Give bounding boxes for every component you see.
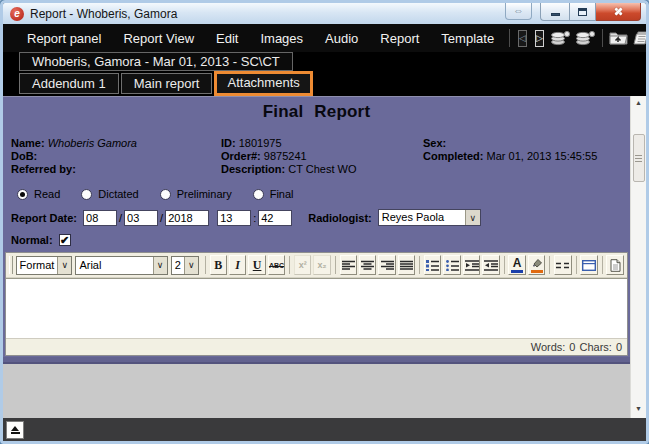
order-field: Order#: 9875241 (221, 150, 423, 163)
radio-read-button[interactable] (17, 189, 28, 200)
report-tabs-bar: Addendum 1 Main report Attachments (3, 71, 646, 96)
menu-edit[interactable]: Edit (205, 28, 249, 49)
chevron-down-icon[interactable]: ∨ (57, 257, 71, 274)
ordered-list-button[interactable] (424, 255, 441, 275)
minimize-icon (551, 13, 560, 16)
radio-dictated[interactable]: Dictated (81, 188, 138, 200)
italic-button[interactable]: I (229, 255, 246, 275)
radio-final-button[interactable] (253, 189, 264, 200)
format-dropdown[interactable]: Format ∨ (16, 256, 73, 275)
justify-button[interactable] (398, 255, 415, 275)
superscript-button: x² (294, 255, 311, 275)
eject-icon (11, 426, 19, 431)
scroll-down-icon[interactable]: ▼ (631, 404, 646, 416)
scroll-up-icon[interactable]: ▲ (631, 98, 646, 110)
open-folder-button[interactable] (609, 28, 629, 48)
swap-window-button[interactable]: ⇔ (505, 3, 532, 20)
radiologist-dropdown[interactable]: Reyes Paola ∨ (378, 209, 481, 226)
radio-dictated-button[interactable] (81, 189, 92, 200)
swap-arrows-icon: ⇔ (513, 4, 524, 16)
tab-main-report[interactable]: Main report (121, 73, 213, 94)
folder-icon (609, 30, 629, 46)
radio-preliminary[interactable]: Preliminary (160, 188, 232, 200)
menu-audio[interactable]: Audio (314, 28, 369, 49)
radio-read[interactable]: Read (17, 188, 60, 200)
menu-template[interactable]: Template (430, 28, 505, 49)
strikethrough-button[interactable]: ABC (268, 255, 285, 275)
date-separator: / (119, 212, 122, 224)
horizontal-rule-button[interactable] (554, 255, 571, 275)
report-date-label: Report Date: (11, 212, 77, 224)
menu-images[interactable]: Images (249, 28, 314, 49)
close-button[interactable] (596, 3, 641, 21)
align-center-icon (361, 260, 374, 271)
radio-preliminary-button[interactable] (160, 189, 171, 200)
date-day-input[interactable] (83, 210, 117, 226)
name-label: Name: (11, 137, 45, 149)
time-minute-input[interactable] (258, 210, 292, 226)
insert-table-button[interactable] (580, 255, 597, 275)
minimize-button[interactable] (540, 3, 569, 21)
title-bar: e Report - Whoberis, Gamora ⇔ (3, 3, 646, 24)
radio-final[interactable]: Final (253, 188, 294, 200)
maximize-icon (578, 8, 587, 16)
patient-study-label[interactable]: Whoberis, Gamora - Mar 01, 2013 - SC\CT (19, 52, 293, 71)
menu-report[interactable]: Report (369, 28, 430, 49)
outdent-button[interactable] (463, 255, 480, 275)
underline-button[interactable]: U (248, 255, 265, 275)
highlight-color-button[interactable] (528, 255, 545, 275)
menu-bar: Report panel Report View Edit Images Aud… (3, 24, 646, 52)
window-title: Report - Whoberis, Gamora (30, 7, 177, 21)
maximize-button[interactable] (569, 3, 596, 21)
date-year-input[interactable] (165, 210, 209, 226)
toolbar-grip (9, 256, 13, 274)
time-hour-input[interactable] (217, 210, 251, 226)
completed-field: Completed: Mar 01, 2013 15:45:55 (423, 150, 624, 163)
save-final-button[interactable] (575, 28, 596, 48)
subscript-button: x₂ (313, 255, 330, 275)
tab-addendum-1[interactable]: Addendum 1 (19, 73, 119, 94)
time-separator: : (253, 212, 256, 224)
normal-label: Normal: (11, 234, 53, 246)
completed-label: Completed: (423, 150, 484, 162)
chevron-down-icon[interactable]: ∨ (153, 257, 167, 274)
vertical-scrollbar[interactable]: ▲ ▼ (630, 96, 646, 418)
font-dropdown[interactable]: Arial ∨ (75, 256, 167, 275)
sex-label: Sex: (423, 137, 446, 149)
bold-button[interactable]: B (210, 255, 227, 275)
description-value: CT Chest WO (288, 163, 356, 175)
normal-checkbox[interactable]: ✔ (59, 234, 71, 246)
menu-report-view[interactable]: Report View (112, 28, 205, 49)
save-draft-button[interactable] (550, 28, 571, 48)
align-center-button[interactable] (359, 255, 376, 275)
menu-report-panel[interactable]: Report panel (16, 28, 112, 49)
align-right-button[interactable] (378, 255, 395, 275)
new-document-button[interactable] (606, 255, 623, 275)
chevron-down-icon[interactable]: ∨ (184, 257, 198, 274)
date-separator: / (160, 212, 163, 224)
referred-by-label: Referred by: (11, 163, 76, 175)
date-month-input[interactable] (124, 210, 158, 226)
nav-back-button[interactable]: ◁ (518, 30, 527, 47)
expand-panel-button[interactable] (6, 421, 24, 439)
scrollbar-thumb[interactable] (633, 134, 645, 182)
tab-attachments[interactable]: Attachments (214, 71, 312, 96)
forward-arrow-icon: ▷ (536, 33, 543, 43)
report-text-area[interactable] (6, 278, 627, 338)
pages-button[interactable] (633, 28, 649, 48)
coin-stack-alt-icon (575, 30, 596, 47)
report-panel: Final Report Name: Whoberis Gamora ID: 1… (3, 96, 630, 418)
toolbar-separator (419, 256, 420, 274)
editor-toolbar: Format ∨ Arial ∨ 2 ∨ B I (6, 253, 627, 278)
toolbar-separator (335, 256, 336, 274)
nav-forward-button[interactable]: ▷ (535, 30, 544, 47)
indent-button[interactable] (482, 255, 499, 275)
toolbar-separator (504, 256, 505, 274)
bullet-list-button[interactable] (443, 255, 460, 275)
align-left-button[interactable] (340, 255, 357, 275)
font-size-dropdown[interactable]: 2 ∨ (171, 256, 199, 275)
name-value: Whoberis Gamora (48, 137, 137, 149)
font-color-button[interactable]: A (508, 255, 525, 275)
chevron-down-icon[interactable]: ∨ (465, 210, 480, 225)
coin-stack-icon (550, 30, 571, 47)
